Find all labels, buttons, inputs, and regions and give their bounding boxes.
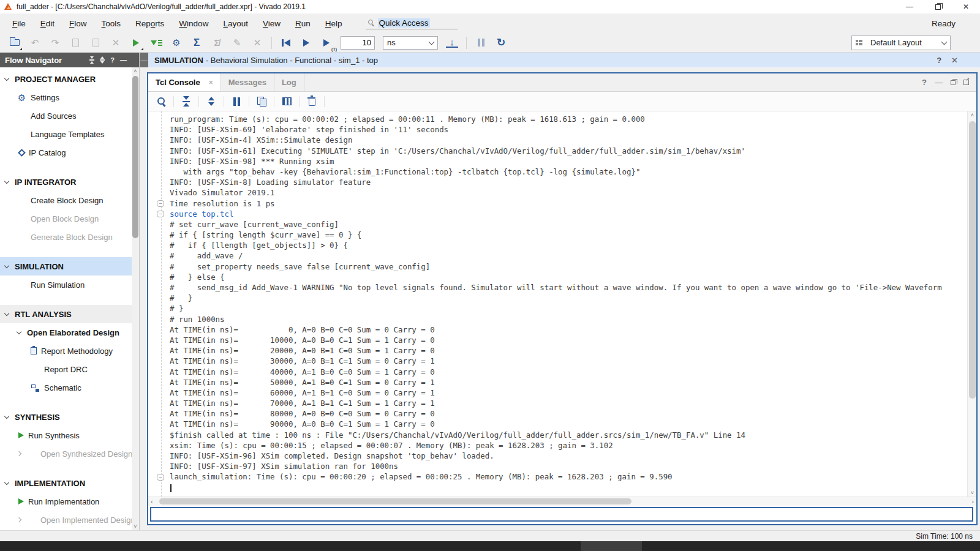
scroll-up-icon[interactable]: ˄ xyxy=(968,111,976,119)
sidebar-item-label: Run Simulation xyxy=(31,280,85,290)
menu-view[interactable]: View xyxy=(255,16,288,31)
console-line-text: At TIME(in ns)= 10000, A=0 B=0 C=1 Sum =… xyxy=(170,335,435,345)
delete-trash-icon[interactable] xyxy=(306,96,317,107)
sidebar-section-ip-integrator[interactable]: IP INTEGRATOR xyxy=(0,173,132,191)
menu-reports[interactable]: Reports xyxy=(128,16,172,31)
console-line: −Time resolution is 1 ps xyxy=(148,199,967,209)
flow-navigator-title: Flow Navigator xyxy=(5,56,62,65)
sidebar-section-simulation[interactable]: SIMULATION xyxy=(0,257,132,276)
close-panel-icon[interactable]: ✕ xyxy=(951,56,958,65)
console-line-text: At TIME(in ns)= 60000, A=1 B=1 C=0 Sum =… xyxy=(170,388,435,397)
expand-all-icon[interactable] xyxy=(100,56,105,64)
sidebar-section-implementation[interactable]: IMPLEMENTATION xyxy=(0,474,132,492)
sidebar-item-create-block-design[interactable]: Create Block Design xyxy=(0,191,132,209)
sidebar-item-generate-block-design[interactable]: Generate Block Design xyxy=(0,228,132,246)
chevron-down-icon xyxy=(17,329,21,334)
menu-layout[interactable]: Layout xyxy=(216,16,255,31)
panel-collapse-handle[interactable]: — xyxy=(140,53,148,67)
open-project-icon[interactable] xyxy=(9,37,21,49)
sidebar-item-ip-catalog[interactable]: IP Catalog xyxy=(0,143,132,162)
quick-access-text: Quick Access xyxy=(378,18,430,28)
console-vertical-scrollbar[interactable]: ˄ ˅ xyxy=(967,111,976,497)
sum-icon[interactable]: Σ xyxy=(190,37,203,49)
help-icon[interactable]: ? xyxy=(110,57,115,64)
sidebar-item-label: Generate Block Design xyxy=(31,233,113,242)
chevron-right-icon xyxy=(17,517,21,522)
sidebar-item-open-block-design[interactable]: Open Block Design xyxy=(0,209,132,228)
console-horizontal-scrollbar[interactable]: ‹ › xyxy=(148,497,976,506)
tab-messages[interactable]: Messages xyxy=(221,73,274,91)
console-line-text: # } else { xyxy=(170,272,225,282)
console-line: At TIME(in ns)= 70000, A=1 B=1 C=1 Sum =… xyxy=(148,399,967,409)
tab-tcl-console[interactable]: Tcl Console × xyxy=(148,73,221,91)
windows-taskbar[interactable] xyxy=(0,541,980,551)
sidebar-item-language-templates[interactable]: Language Templates xyxy=(0,125,132,143)
collapse-all-icon[interactable] xyxy=(181,96,192,107)
flow-navigator-panel: Flow Navigator ? — PROJECT MANAGER⚙Setti… xyxy=(0,53,140,530)
fold-marker-icon[interactable]: − xyxy=(157,200,164,207)
restore-button[interactable] xyxy=(924,0,952,13)
sidebar-item-run-synthesis[interactable]: Run Synthesis xyxy=(0,426,132,444)
scroll-down-icon[interactable]: ˅ xyxy=(968,489,976,497)
sidebar-item-settings[interactable]: ⚙Settings xyxy=(0,88,132,107)
step-run-icon[interactable] xyxy=(150,37,162,49)
scroll-up-icon[interactable]: ˄ xyxy=(132,67,139,75)
run-time-input[interactable] xyxy=(341,36,375,50)
step-time-icon[interactable]: ↓ xyxy=(446,38,458,48)
copy-icon[interactable] xyxy=(256,96,267,107)
layout-select[interactable]: Default Layout xyxy=(851,36,951,50)
scrollbar-thumb[interactable] xyxy=(159,498,631,504)
fold-marker-icon[interactable]: − xyxy=(157,474,164,481)
scroll-left-icon[interactable]: ‹ xyxy=(151,498,153,505)
scrollbar-thumb[interactable] xyxy=(969,121,976,399)
sidebar-item-run-implementation[interactable]: Run Implementation xyxy=(0,492,132,511)
scroll-down-icon[interactable]: ˅ xyxy=(132,523,139,530)
scroll-right-icon[interactable]: › xyxy=(971,498,974,505)
minimize-panel-icon[interactable]: — xyxy=(935,78,943,87)
run-for-time-icon[interactable]: (T) xyxy=(320,37,333,49)
menu-file[interactable]: File xyxy=(5,16,33,31)
run-icon[interactable] xyxy=(130,37,142,49)
menu-window[interactable]: Window xyxy=(172,16,216,31)
sidebar-item-schematic[interactable]: Schematic xyxy=(0,378,132,397)
sidebar-item-add-sources[interactable]: Add Sources xyxy=(0,107,132,125)
fold-marker-icon[interactable]: − xyxy=(157,211,164,217)
float-panel-icon[interactable] xyxy=(951,80,956,85)
menu-tools[interactable]: Tools xyxy=(94,16,129,31)
menu-flow[interactable]: Flow xyxy=(62,16,94,31)
close-button[interactable]: ✕ xyxy=(952,0,980,13)
help-icon[interactable]: ? xyxy=(937,56,941,65)
restart-icon[interactable] xyxy=(280,37,292,49)
collapse-all-icon[interactable] xyxy=(89,56,94,64)
quick-access-search[interactable]: Quick Access xyxy=(366,17,458,29)
sidebar-item-open-elaborated-design[interactable]: Open Elaborated Design xyxy=(0,323,132,342)
sidebar-item-open-synthesized-design[interactable]: Open Synthesized Design xyxy=(0,444,132,463)
sidebar-section-rtl-analysis[interactable]: RTL ANALYSIS xyxy=(0,305,132,323)
sidebar-item-report-methodology[interactable]: Report Methodology xyxy=(0,342,132,360)
sidebar-scrollbar[interactable]: ˄ ˅ xyxy=(132,67,139,530)
minimize-button[interactable]: — xyxy=(895,0,924,13)
sidebar-section-project-manager[interactable]: PROJECT MANAGER xyxy=(0,70,132,88)
menu-help[interactable]: Help xyxy=(318,16,350,31)
run-all-icon[interactable] xyxy=(300,37,312,49)
relaunch-icon[interactable]: ↻ xyxy=(495,37,507,49)
tcl-command-input[interactable] xyxy=(150,507,973,522)
sidebar-item-run-simulation[interactable]: Run Simulation xyxy=(0,276,132,294)
expand-all-icon[interactable] xyxy=(206,96,217,107)
close-tab-icon[interactable]: × xyxy=(209,78,213,87)
tab-log[interactable]: Log xyxy=(274,73,304,91)
menu-run[interactable]: Run xyxy=(288,16,318,31)
time-unit-select[interactable]: ns xyxy=(383,36,438,50)
sidebar-section-synthesis[interactable]: SYNTHESIS xyxy=(0,408,132,426)
pause-output-icon[interactable] xyxy=(231,96,242,107)
settings-gear-icon[interactable]: ⚙ xyxy=(170,37,183,49)
minimize-panel-icon[interactable]: — xyxy=(120,57,127,64)
sidebar-item-report-drc[interactable]: Report DRC xyxy=(0,360,132,378)
search-icon[interactable] xyxy=(156,96,167,107)
scrollbar-thumb[interactable] xyxy=(132,76,138,238)
help-icon[interactable]: ? xyxy=(922,78,927,87)
menu-edit[interactable]: Edit xyxy=(33,16,62,31)
maximize-panel-icon[interactable] xyxy=(963,80,969,85)
sidebar-item-open-implemented-design[interactable]: Open Implemented Design xyxy=(0,511,132,529)
report-table-icon[interactable] xyxy=(281,96,292,107)
